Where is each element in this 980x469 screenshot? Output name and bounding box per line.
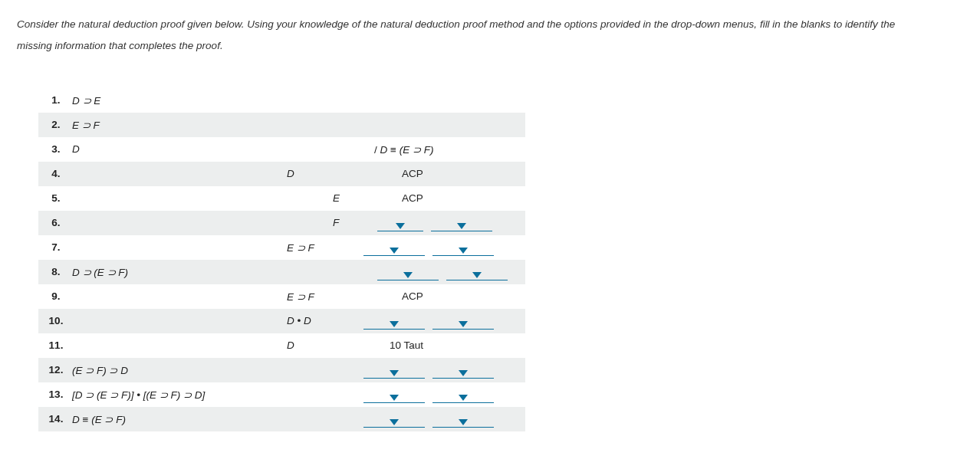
proof-row: 7. E ⊃ F (38, 235, 525, 260)
chevron-down-icon (403, 272, 413, 278)
formula: E ⊃ F (72, 119, 287, 131)
line-number: 9. (40, 290, 72, 302)
chevron-down-icon (390, 370, 399, 376)
line-number: 10. (40, 315, 72, 326)
proof-row: 4. D ACP (38, 162, 525, 186)
proof-row: 10. D • D (38, 309, 525, 333)
justification-text: ACP (363, 168, 423, 179)
svg-marker-1 (457, 223, 466, 229)
line-number: 8. (40, 266, 72, 277)
proof-row: 9. E ⊃ F ACP (38, 284, 525, 309)
formula: E (333, 192, 363, 204)
proof-row: 6. F (38, 211, 525, 235)
svg-marker-11 (459, 395, 468, 401)
chevron-down-icon (459, 370, 468, 376)
justification-rule-dropdown[interactable] (432, 239, 494, 256)
chevron-down-icon (459, 419, 468, 425)
svg-marker-9 (459, 370, 468, 376)
justification-rule-dropdown[interactable] (432, 386, 494, 403)
justification-rule-dropdown[interactable] (432, 313, 494, 330)
chevron-down-icon (457, 223, 466, 229)
proof-row: 12. (E ⊃ F) ⊃ D (38, 358, 525, 382)
proof-row: 5. E ACP (38, 186, 525, 211)
line-number: 5. (40, 192, 72, 204)
justification-line-dropdown[interactable] (377, 215, 423, 231)
chevron-down-icon (459, 248, 468, 254)
formula: D (287, 339, 333, 351)
proof-row: 2. E ⊃ F (38, 113, 525, 137)
svg-marker-13 (459, 419, 468, 425)
justification-text: ACP (363, 192, 423, 204)
chevron-down-icon (396, 223, 405, 229)
line-number: 6. (40, 217, 72, 228)
line-number: 12. (40, 364, 72, 376)
line-number: 2. (40, 119, 72, 130)
chevron-down-icon (390, 321, 399, 327)
chevron-down-icon (459, 395, 468, 401)
proof-row: 14. D ≡ (E ⊃ F) (38, 407, 525, 431)
justification-rule-dropdown[interactable] (432, 362, 494, 379)
formula: D (72, 143, 287, 155)
svg-marker-5 (472, 272, 482, 278)
svg-marker-12 (390, 419, 399, 425)
justification-text: 10 Taut (363, 339, 423, 351)
svg-marker-10 (390, 395, 399, 401)
conclusion-text: / D ≡ (E ⊃ F) (363, 143, 433, 156)
line-number: 7. (40, 241, 72, 253)
justification-rule-dropdown[interactable] (431, 215, 492, 231)
justification-line-dropdown[interactable] (363, 362, 425, 379)
proof-row: 13. [D ⊃ (E ⊃ F)] • [(E ⊃ F) ⊃ D] (38, 382, 525, 407)
justification-line-dropdown[interactable] (363, 313, 425, 330)
proof-row: 3. D / D ≡ (E ⊃ F) (38, 137, 525, 162)
proof-table: 1. D ⊃ E 2. E ⊃ F 3. D / D ≡ (E ⊃ F) 4. … (38, 88, 963, 431)
justification-rule-dropdown[interactable] (432, 411, 494, 428)
formula: D ≡ (E ⊃ F) (72, 413, 287, 425)
chevron-down-icon (472, 272, 482, 278)
chevron-down-icon (390, 419, 399, 425)
formula: D ⊃ (E ⊃ F) (72, 266, 287, 278)
justification-line-dropdown[interactable] (363, 386, 425, 403)
justification-rule-dropdown[interactable] (446, 264, 508, 280)
formula: D • D (287, 315, 333, 326)
line-number: 3. (40, 143, 72, 155)
formula: E ⊃ F (287, 290, 333, 303)
line-number: 13. (40, 389, 72, 400)
formula: E ⊃ F (287, 241, 333, 254)
formula: F (333, 217, 363, 228)
proof-row: 1. D ⊃ E (38, 88, 525, 113)
svg-marker-4 (403, 272, 413, 278)
svg-marker-8 (390, 370, 399, 376)
svg-marker-0 (396, 223, 405, 229)
chevron-down-icon (390, 395, 399, 401)
proof-row: 8. D ⊃ (E ⊃ F) (38, 260, 525, 284)
chevron-down-icon (390, 248, 399, 254)
svg-marker-3 (459, 248, 468, 254)
justification-line-dropdown[interactable] (363, 239, 425, 256)
formula: (E ⊃ F) ⊃ D (72, 364, 287, 376)
chevron-down-icon (459, 321, 468, 327)
formula: [D ⊃ (E ⊃ F)] • [(E ⊃ F) ⊃ D] (72, 389, 287, 401)
svg-marker-7 (459, 321, 468, 327)
proof-row: 11. D 10 Taut (38, 333, 525, 358)
instructions-text: Consider the natural deduction proof giv… (17, 14, 899, 57)
line-number: 11. (40, 339, 72, 351)
justification-line-dropdown[interactable] (363, 411, 425, 428)
justification-line-dropdown[interactable] (377, 264, 439, 280)
line-number: 14. (40, 413, 72, 425)
line-number: 4. (40, 168, 72, 179)
svg-marker-6 (390, 321, 399, 327)
justification-text: ACP (363, 290, 423, 302)
svg-marker-2 (390, 248, 399, 254)
formula: D ⊃ E (72, 94, 287, 107)
line-number: 1. (40, 94, 72, 106)
formula: D (287, 168, 333, 179)
